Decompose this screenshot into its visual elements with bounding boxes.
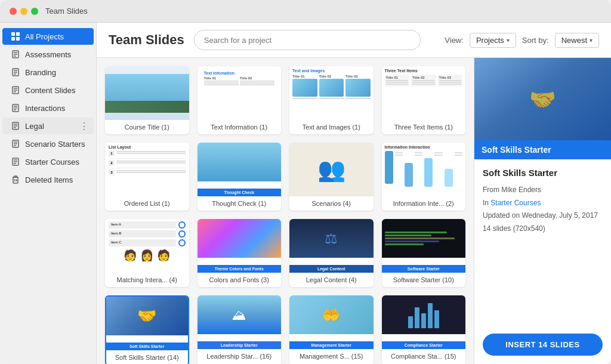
grid-item-management[interactable]: 🤲 Management Starter Management S... (15… — [289, 295, 374, 364]
grid-item-matching[interactable]: Item A Item B Item C — [105, 219, 189, 287]
file-icon — [11, 139, 20, 149]
grid-item-soft-skills[interactable]: 🤝 Soft Skills Starter Soft Skills Starte… — [105, 295, 189, 364]
file-icon — [11, 50, 20, 59]
file-icon — [11, 67, 20, 77]
sidebar-item-legal[interactable]: Legal ⋮ — [2, 118, 94, 134]
item-label: Management S... (15) — [289, 349, 374, 363]
hero-illustration: 🤝 — [474, 58, 611, 141]
item-label: Leadership Star... (16) — [198, 349, 282, 363]
thumbnail: Item A Item B Item C — [105, 219, 189, 273]
file-icon — [11, 121, 20, 131]
grid-item-leadership[interactable]: ⛰ Leadership Starter Leadership Star... … — [198, 295, 282, 364]
detail-slides: 14 slides (720x540) — [483, 223, 603, 236]
item-label: Legal Content (4) — [289, 273, 374, 287]
grid-item-text-information[interactable]: Text Infomation Title 01 — [198, 66, 282, 134]
grid-item-text-images[interactable]: Text and Images Title 01 Title 02 — [289, 66, 374, 134]
in-value[interactable]: Starter Courses — [490, 199, 541, 207]
detail-updated: Updated on Wedneday, July 5, 2017 — [483, 209, 603, 223]
sort-dropdown[interactable]: Newest ▾ — [555, 33, 599, 48]
grid-item-ordered-list[interactable]: List Layout 1 2 3 — [105, 143, 189, 211]
maximize-button[interactable] — [31, 8, 38, 15]
thumbnail: Three Text Items Title 01 — [382, 66, 466, 120]
more-options-icon[interactable]: ⋮ — [79, 121, 89, 132]
grid-item-scenarios[interactable]: 👥 Scenarios (4) — [289, 143, 374, 211]
sidebar-item-content-slides[interactable]: Content Slides — [2, 82, 94, 98]
window-title: Team Slides — [45, 7, 88, 16]
grid-icon — [11, 32, 20, 41]
grid-item-legal-content[interactable]: ⚖ Legal Content Legal Content (4) — [289, 219, 374, 287]
thumbnail: Theme Colors and Fonts — [198, 219, 282, 273]
close-button[interactable] — [10, 8, 17, 15]
view-dropdown[interactable]: Projects ▾ — [470, 33, 516, 48]
sidebar-item-scenario-starters[interactable]: Scenario Starters — [2, 135, 94, 152]
item-label: Text and Images (1) — [289, 120, 374, 134]
sidebar-item-assessments[interactable]: Assessments — [2, 46, 94, 63]
from-label: From — [483, 186, 499, 194]
thumbnail: Software Starter — [382, 219, 466, 273]
detail-from: From Mike Enders — [483, 184, 603, 197]
sidebar-item-label: Deleted Items — [25, 175, 73, 184]
file-icon — [11, 157, 20, 166]
detail-title: Soft Skills Starter — [483, 168, 603, 178]
thumbnail: Text and Images Title 01 Title 02 — [289, 66, 374, 120]
sidebar-item-all-projects[interactable]: All Projects — [2, 28, 94, 45]
in-label: In — [483, 199, 489, 207]
grid-item-three-text-items[interactable]: Three Text Items Title 01 — [382, 66, 466, 134]
thumbnail: List Layout 1 2 3 — [105, 143, 189, 196]
sort-label: Sort by: — [522, 36, 549, 45]
thumbnail: Thought Check — [198, 143, 282, 196]
grid-item-colors-fonts[interactable]: Theme Colors and Fonts Colors and Fonts … — [198, 219, 282, 287]
item-label: Matching Intera... (4) — [105, 273, 189, 287]
item-label: Compliance Sta... (15) — [382, 349, 466, 363]
item-label: Three Text Items (1) — [382, 120, 466, 134]
grid-item-thought-check[interactable]: Thought Check Thought Check (1) — [198, 143, 282, 211]
view-value: Projects — [476, 36, 504, 45]
sidebar-item-interactions[interactable]: Interactions — [2, 100, 94, 116]
detail-in: In Starter Courses — [483, 197, 603, 210]
thumbnail: ⚖ Legal Content — [289, 219, 374, 273]
sidebar-item-label: Scenario Starters — [25, 140, 85, 149]
view-label: View: — [445, 36, 464, 45]
item-label: Information Inte... (2) — [382, 196, 466, 211]
item-label: Ordered List (1) — [105, 196, 189, 211]
sidebar-item-label: Assessments — [25, 50, 71, 59]
item-label: Scenarios (4) — [289, 196, 374, 211]
sidebar-item-label: Interactions — [25, 104, 65, 113]
chevron-down-icon: ▾ — [507, 37, 510, 44]
chevron-down-icon: ▾ — [590, 37, 593, 44]
search-input[interactable] — [194, 30, 421, 50]
detail-hero-label: Soft Skills Starter — [474, 140, 611, 159]
grid-item-software-starter[interactable]: Software Starter Software Starter (10) — [382, 219, 466, 287]
app-title: Team Slides — [109, 32, 184, 48]
svg-rect-32 — [13, 177, 18, 183]
sidebar-item-branding[interactable]: Branding — [2, 64, 94, 81]
top-bar: Team Slides View: Projects ▾ Sort by: Ne… — [97, 23, 611, 58]
svg-rect-0 — [11, 32, 15, 36]
grid-item-compliance[interactable]: Compliance Starter Compliance Sta... (15… — [382, 295, 466, 364]
grid-item-course-title[interactable]: Course Title Course Title (1) — [105, 66, 189, 134]
thumbnail: 🤲 Management Starter — [289, 295, 374, 349]
sidebar-item-starter-courses[interactable]: Starter Courses — [2, 153, 94, 170]
item-label: Soft Skills Starter (14) — [106, 350, 188, 364]
trash-icon — [11, 175, 20, 184]
thumbnail: ⛰ Leadership Starter — [198, 295, 282, 349]
minimize-button[interactable] — [20, 8, 27, 15]
detail-info: Soft Skills Starter From Mike Enders In … — [474, 159, 611, 328]
view-sort-controls: View: Projects ▾ Sort by: Newest ▾ — [445, 33, 599, 48]
content-area: Course Title Course Title (1) — [97, 58, 611, 364]
thumbnail: Text Infomation Title 01 — [198, 66, 282, 120]
grid-item-info-interaction[interactable]: Information Interaction — [382, 143, 466, 211]
insert-button[interactable]: INSERT 14 SLIDES — [483, 334, 603, 356]
project-grid: Course Title Course Title (1) — [105, 66, 465, 364]
item-label: Text Information (1) — [198, 120, 282, 134]
svg-rect-3 — [16, 37, 20, 41]
app-body: All Projects Assessments — [0, 23, 611, 364]
file-icon — [11, 85, 20, 95]
sidebar-item-deleted-items[interactable]: Deleted Items — [2, 171, 94, 188]
sort-value: Newest — [561, 36, 587, 45]
sidebar: All Projects Assessments — [0, 23, 97, 364]
from-value: Mike Enders — [501, 186, 541, 194]
thumbnail: Information Interaction — [382, 143, 466, 196]
traffic-lights — [10, 8, 38, 15]
item-label: Thought Check (1) — [198, 196, 282, 211]
